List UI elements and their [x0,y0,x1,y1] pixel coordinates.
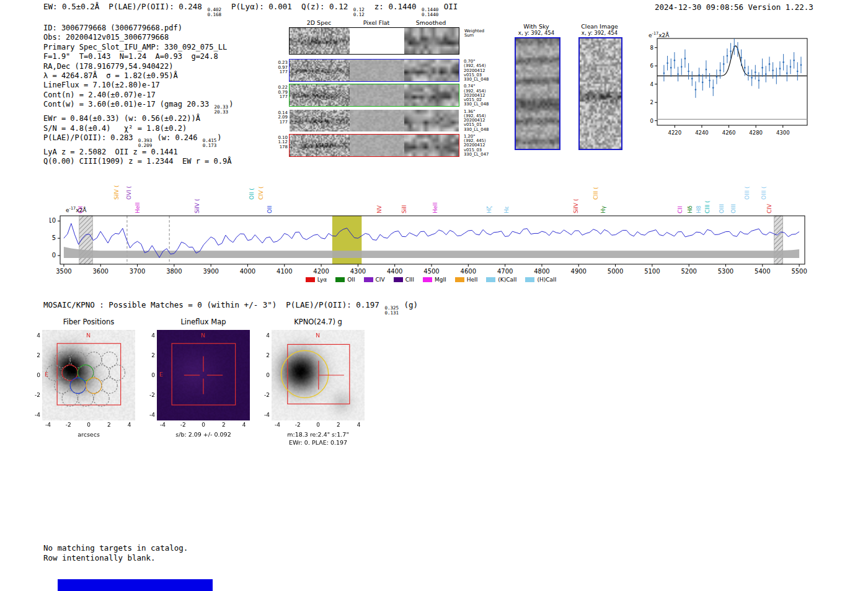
row-weight-labels: 0.220.79177 [272,86,288,100]
text-segment: RA,Dec (178.916779,54.940422) [43,62,174,71]
svg-text:4240: 4240 [695,130,709,136]
fiber-positions-panel: N E -4-4-2-2002244 [42,330,135,420]
emission-line-label: NV [376,205,383,213]
svg-text:3800: 3800 [166,268,182,275]
svg-text:6: 6 [650,63,653,69]
info-line-8: Cont(n) = 2.40(±0.07)e-17 [43,91,267,100]
y-tick-label: 4 [260,332,270,339]
text-segment: (w: 0.246 [153,133,202,142]
x-tick-label: -2 [178,422,188,428]
svg-text:2: 2 [650,99,653,105]
flat-image [350,84,404,106]
emission-line-label: OII [267,206,273,213]
legend-label: (K)CaII [498,277,516,283]
legend-label: (H)CaII [537,277,556,283]
clean-image-coords: x, y: 392, 454 [574,30,625,36]
kpno-title: KPNO(24.7) g [265,318,371,326]
spec2d-image [290,110,350,131]
legend-swatch-icon [423,277,432,282]
emission-line-label: HeII [432,202,438,213]
stacked-uncertainty: 0.4020.168 [207,7,221,17]
svg-text:3500: 3500 [56,268,71,275]
spectrum-plot-canvas: 3500360037003800390040004100420043004400… [50,215,812,277]
emission-line-label: CIII ( [593,187,599,200]
emission-line-label: OII ( [249,188,255,200]
info-line-1: ID: 3006779668 (3006779668.pdf) [43,24,267,33]
legend-label: CIII [405,277,414,283]
footer-note: No matching targets in catalog. Row inte… [43,543,188,562]
lineflux-map-panel: N E -4-4-2-2002244 [157,330,250,420]
text-segment: Cont(n) = 2.40(±0.07)e-17 [43,91,156,99]
kpno-overlay [272,330,365,420]
svg-text:4400: 4400 [387,268,402,275]
info-line-3: Primary Spec_Slot_IFU_AMP: 330_092_075_L… [43,43,267,52]
legend-swatch-icon [525,277,534,282]
col-title-2dspec: 2D Spec [289,19,349,26]
text-segment: ID: 3006779668 (3006779668.pdf) [43,24,182,32]
emission-line-label: SiIV ( [573,199,579,213]
info-line-2: Obs: 20200412v015_3006779668 [43,33,267,42]
legend-item: (K)CaII [486,277,516,283]
emission-line-label: OVI ( [126,186,132,200]
x-tick-label: 2 [104,422,114,428]
x-tick-label: -4 [272,422,282,428]
legend-swatch-icon [306,277,315,282]
x-tick-label: -4 [43,422,53,428]
smooth-image [404,135,459,156]
emission-line-label: CII [677,206,683,213]
svg-text:4900: 4900 [571,268,587,275]
text-segment: P(Lyα): 0.001 Q(z): 0.12 [222,2,353,11]
east-label: E [159,371,163,378]
clean-image-title: Clean Image [574,23,625,30]
info-line-5: RA,Dec (178.916779,54.940422) [43,62,267,71]
fiber-positions-title: Fiber Positions [36,318,141,326]
svg-text:5000: 5000 [608,268,623,275]
weighted-sum-row [289,27,459,55]
info-line-9: Cont(w) = 3.60(±0.01)e-17 (gmag 20.33 20… [43,100,267,114]
x-tick-label: 0 [313,422,323,428]
text-segment: Cont(w) = 3.60(±0.01)e-17 (gmag 20.33 [43,100,214,109]
legend-swatch-icon [335,277,345,282]
y-tick-label: 2 [30,352,40,358]
lineflux-map-overlay [157,330,250,420]
legend-item: Lyα [306,277,327,283]
legend-swatch-icon [364,277,373,282]
y-tick-label: 0 [260,372,270,378]
emission-line-label: Hε [503,206,510,213]
row-weight-labels: 0.142.09177 [272,111,288,125]
weighted-sum-label: Weighted Sum [464,29,502,38]
row-weight-labels: 0.101.12178 [272,136,288,150]
emission-line-label: HeII [135,202,141,213]
y-tick-label: -4 [30,412,40,418]
svg-text:3700: 3700 [130,268,145,275]
x-tick-label: 4 [239,422,249,428]
weighted-2dspec-image [290,28,350,54]
info-line-7: LineFlux = 7.10(±2.80)e-17 [43,81,267,90]
info-line-13: LyA z = 2.5082 OII z = 0.1441 [43,148,267,157]
text-segment: ) [217,133,221,142]
weighted-flat-blank [350,28,404,54]
svg-text:4200: 4200 [313,268,329,275]
svg-text:4220: 4220 [668,130,682,136]
east-label: E [45,371,48,378]
mosaic-summary-line: MOSAIC/KPNO : Possible Matches = 0 (with… [43,300,418,315]
stacked-uncertainty: 20.3320.33 [215,105,229,114]
row-fiber-annotation: 1.36"(392, 454)20200412v015_01330_LL_048 [464,110,502,132]
spec2d-image [290,84,350,106]
emission-line-label: OIII [730,204,737,213]
main-spectrum-block: CIISiIV (OVI (HeIISiIV (OII (CIV (OIINVS… [50,167,812,291]
elixer-report-page: EW: 0.5±0.2Å P(LAE)/P(OII): 0.248 0.4020… [0,0,868,591]
kpno-caption-2: EWr: 0. PLAE: 0.197 [265,439,371,446]
emission-line-label: Hδ [687,206,693,213]
legend-label: Lyα [317,277,327,283]
spec2d-image [290,135,350,156]
legend-item: CIV [364,277,385,283]
fiber-cutout-row-2: 0.220.791770.74"(392, 454)20200412v015_0… [289,84,459,107]
emission-line-label: Hζ [486,206,492,213]
y-tick-label: 0 [30,372,40,378]
fiber-cutout-row-4: 0.101.121781.20"(392, 445)20200412v015_0… [289,134,459,157]
row-fiber-annotation: 1.20"(392, 445)20200412v015_03330_LL_047 [464,135,502,157]
svg-text:5500: 5500 [791,268,807,275]
text-segment: P(LAE)/P(OII): 0.283 [43,133,138,142]
text-segment: z: 0.1440 [365,2,421,11]
